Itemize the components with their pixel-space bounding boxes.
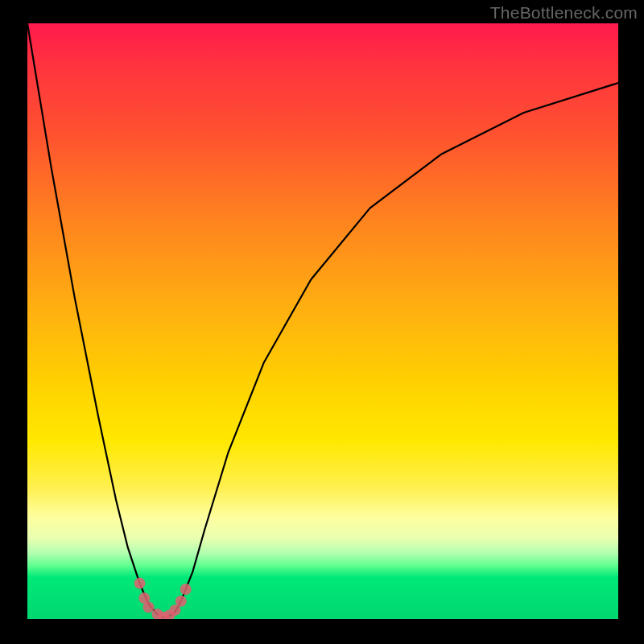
highlight-marker: [134, 578, 146, 589]
chart-frame: TheBottleneck.com: [0, 0, 644, 644]
plot-area: [27, 23, 618, 619]
highlight-marker: [180, 584, 192, 595]
curve-layer: [27, 23, 618, 619]
highlight-marker: [143, 601, 155, 613]
watermark-text: TheBottleneck.com: [490, 3, 638, 23]
bottleneck-curve: [27, 23, 618, 617]
highlight-marker: [175, 596, 187, 607]
